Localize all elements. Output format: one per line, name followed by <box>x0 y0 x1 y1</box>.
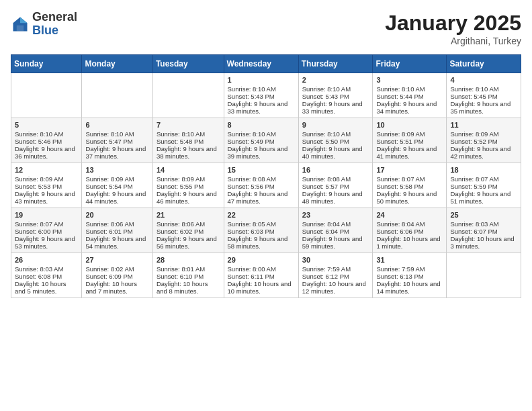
day-content: Daylight: 9 hours and 43 minutes. <box>15 190 78 205</box>
day-content: Sunset: 6:08 PM <box>15 273 78 280</box>
logo-blue: Blue <box>32 24 58 37</box>
day-number: 18 <box>450 166 517 174</box>
day-number: 25 <box>450 211 517 219</box>
table-row: 10Sunrise: 8:09 AMSunset: 5:51 PMDayligh… <box>373 118 447 163</box>
col-header-saturday: Saturday <box>447 55 521 73</box>
day-content: Sunset: 6:00 PM <box>15 228 78 235</box>
week-row-4: 19Sunrise: 8:07 AMSunset: 6:00 PMDayligh… <box>11 208 521 253</box>
day-content: Sunset: 6:07 PM <box>450 228 517 235</box>
day-content: Daylight: 10 hours and 5 minutes. <box>15 280 78 295</box>
day-content: Daylight: 9 hours and 38 minutes. <box>157 145 220 160</box>
day-number: 31 <box>376 256 443 264</box>
day-content: Sunrise: 8:00 AM <box>228 265 295 273</box>
col-header-friday: Friday <box>373 55 447 73</box>
table-row <box>11 73 82 118</box>
table-row: 2Sunrise: 8:10 AMSunset: 5:43 PMDaylight… <box>298 73 373 118</box>
day-content: Daylight: 9 hours and 42 minutes. <box>450 145 517 160</box>
logo-text: General Blue <box>32 11 77 38</box>
day-number: 28 <box>157 256 220 264</box>
day-content: Sunset: 6:10 PM <box>157 273 220 280</box>
table-row: 1Sunrise: 8:10 AMSunset: 5:43 PMDaylight… <box>224 73 298 118</box>
day-content: Sunrise: 8:06 AM <box>85 220 149 228</box>
week-row-5: 26Sunrise: 8:03 AMSunset: 6:08 PMDayligh… <box>11 253 521 298</box>
day-content: Sunset: 5:55 PM <box>157 183 220 190</box>
day-content: Daylight: 9 hours and 53 minutes. <box>15 235 78 250</box>
day-content: Daylight: 10 hours and 8 minutes. <box>157 280 220 295</box>
table-row: 19Sunrise: 8:07 AMSunset: 6:00 PMDayligh… <box>11 208 82 253</box>
day-content: Sunset: 6:01 PM <box>85 228 149 235</box>
day-number: 27 <box>85 256 149 264</box>
day-number: 13 <box>85 166 149 174</box>
day-content: Sunset: 5:45 PM <box>450 93 517 100</box>
table-row: 18Sunrise: 8:07 AMSunset: 5:59 PMDayligh… <box>447 163 521 208</box>
day-content: Sunrise: 8:07 AM <box>376 175 443 183</box>
day-number: 12 <box>15 166 78 174</box>
table-row: 6Sunrise: 8:10 AMSunset: 5:47 PMDaylight… <box>82 118 153 163</box>
day-content: Daylight: 9 hours and 44 minutes. <box>85 190 149 205</box>
week-row-1: 1Sunrise: 8:10 AMSunset: 5:43 PMDaylight… <box>11 73 521 118</box>
col-header-tuesday: Tuesday <box>152 55 224 73</box>
day-number: 24 <box>376 211 443 219</box>
day-content: Sunrise: 7:59 AM <box>376 265 443 273</box>
table-row: 29Sunrise: 8:00 AMSunset: 6:11 PMDayligh… <box>224 253 298 298</box>
day-content: Daylight: 9 hours and 40 minutes. <box>302 145 369 160</box>
day-content: Sunrise: 8:10 AM <box>376 85 443 93</box>
table-row: 5Sunrise: 8:10 AMSunset: 5:46 PMDaylight… <box>11 118 82 163</box>
day-number: 19 <box>15 211 78 219</box>
logo-icon <box>11 15 30 34</box>
day-number: 1 <box>228 76 295 84</box>
day-content: Sunrise: 8:10 AM <box>157 130 220 138</box>
day-content: Sunrise: 8:09 AM <box>15 175 78 183</box>
table-row: 14Sunrise: 8:09 AMSunset: 5:55 PMDayligh… <box>152 163 224 208</box>
day-number: 17 <box>376 166 443 174</box>
day-content: Sunrise: 8:02 AM <box>85 265 149 273</box>
day-number: 11 <box>450 121 517 129</box>
table-row: 9Sunrise: 8:10 AMSunset: 5:50 PMDaylight… <box>298 118 373 163</box>
day-content: Sunrise: 8:01 AM <box>157 265 220 273</box>
day-content: Daylight: 9 hours and 46 minutes. <box>157 190 220 205</box>
day-content: Sunrise: 8:05 AM <box>228 220 295 228</box>
day-content: Sunrise: 8:07 AM <box>15 220 78 228</box>
day-content: Sunrise: 8:04 AM <box>302 220 369 228</box>
day-number: 16 <box>302 166 369 174</box>
day-content: Sunset: 6:13 PM <box>376 273 443 280</box>
table-row: 15Sunrise: 8:08 AMSunset: 5:56 PMDayligh… <box>224 163 298 208</box>
table-row: 28Sunrise: 8:01 AMSunset: 6:10 PMDayligh… <box>152 253 224 298</box>
day-content: Daylight: 9 hours and 34 minutes. <box>376 100 443 115</box>
day-content: Sunrise: 8:10 AM <box>302 130 369 138</box>
day-content: Sunrise: 8:09 AM <box>450 130 517 138</box>
table-row: 12Sunrise: 8:09 AMSunset: 5:53 PMDayligh… <box>11 163 82 208</box>
table-row <box>82 73 153 118</box>
day-number: 20 <box>85 211 149 219</box>
day-content: Sunset: 5:44 PM <box>376 93 443 100</box>
day-content: Sunrise: 8:10 AM <box>228 85 295 93</box>
day-content: Sunset: 6:03 PM <box>228 228 295 235</box>
day-number: 15 <box>228 166 295 174</box>
calendar-header-row: Sunday Monday Tuesday Wednesday Thursday… <box>11 55 521 73</box>
table-row: 25Sunrise: 8:03 AMSunset: 6:07 PMDayligh… <box>447 208 521 253</box>
day-content: Daylight: 10 hours and 10 minutes. <box>228 280 295 295</box>
table-row: 27Sunrise: 8:02 AMSunset: 6:09 PMDayligh… <box>82 253 153 298</box>
day-content: Daylight: 9 hours and 48 minutes. <box>302 190 369 205</box>
table-row: 11Sunrise: 8:09 AMSunset: 5:52 PMDayligh… <box>447 118 521 163</box>
day-content: Daylight: 9 hours and 58 minutes. <box>228 235 295 250</box>
day-content: Sunrise: 8:10 AM <box>228 130 295 138</box>
svg-rect-2 <box>17 26 24 32</box>
col-header-wednesday: Wednesday <box>224 55 298 73</box>
day-number: 4 <box>450 76 517 84</box>
day-content: Daylight: 9 hours and 41 minutes. <box>376 145 443 160</box>
day-content: Sunrise: 8:09 AM <box>376 130 443 138</box>
day-content: Sunrise: 8:06 AM <box>157 220 220 228</box>
day-content: Sunset: 6:06 PM <box>376 228 443 235</box>
day-content: Sunset: 5:59 PM <box>450 183 517 190</box>
day-content: Daylight: 9 hours and 59 minutes. <box>302 235 369 250</box>
day-content: Sunset: 5:51 PM <box>376 138 443 145</box>
day-content: Sunrise: 8:04 AM <box>376 220 443 228</box>
day-content: Daylight: 9 hours and 47 minutes. <box>228 190 295 205</box>
table-row: 17Sunrise: 8:07 AMSunset: 5:58 PMDayligh… <box>373 163 447 208</box>
day-content: Daylight: 9 hours and 54 minutes. <box>85 235 149 250</box>
table-row: 7Sunrise: 8:10 AMSunset: 5:48 PMDaylight… <box>152 118 224 163</box>
day-content: Sunset: 5:52 PM <box>450 138 517 145</box>
week-row-3: 12Sunrise: 8:09 AMSunset: 5:53 PMDayligh… <box>11 163 521 208</box>
day-number: 6 <box>85 121 149 129</box>
